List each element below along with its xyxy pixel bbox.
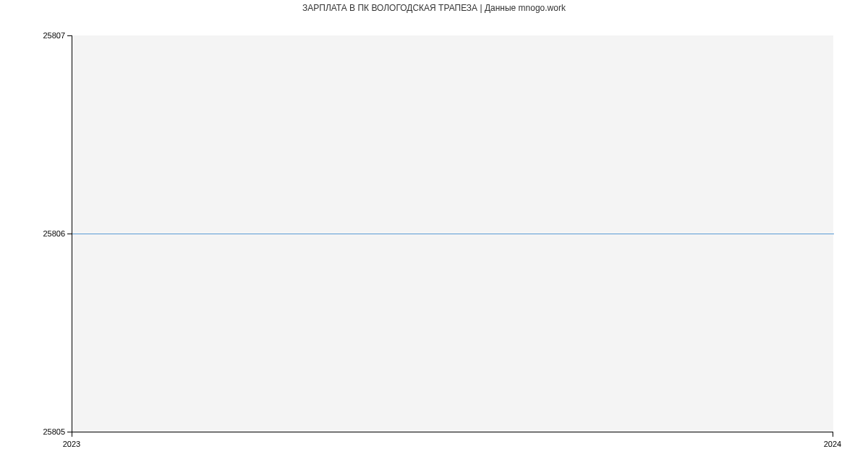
- x-tick-label: 2023: [61, 440, 82, 448]
- x-tick-label: 2024: [822, 440, 843, 448]
- y-tick-label: 25805: [36, 427, 65, 436]
- salary-chart: ЗАРПЛАТА В ПК ВОЛОГОДСКАЯ ТРАПЕЗА | Данн…: [0, 0, 868, 470]
- y-tick-mark: [67, 234, 72, 234]
- y-tick-label: 25807: [36, 31, 65, 40]
- y-tick-label: 25806: [36, 229, 65, 238]
- data-line: [72, 234, 834, 234]
- x-tick-mark: [72, 432, 72, 437]
- y-tick-mark: [67, 35, 72, 36]
- x-tick-mark: [833, 432, 833, 437]
- chart-title: ЗАРПЛАТА В ПК ВОЛОГОДСКАЯ ТРАПЕЗА | Данн…: [0, 3, 868, 13]
- plot-area: [72, 35, 833, 432]
